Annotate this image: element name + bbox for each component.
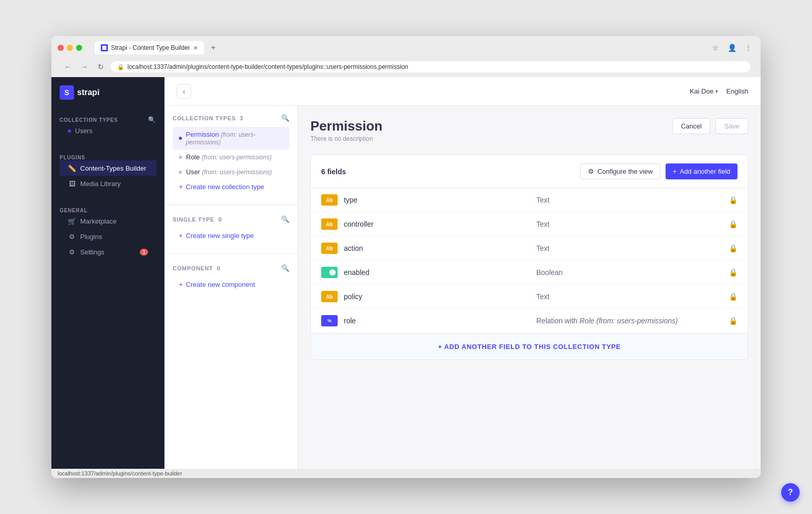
menu-icon[interactable]: ⋮ <box>742 42 754 54</box>
field-row-enabled: enabled Boolean 🔒 <box>311 261 748 285</box>
panel-component: COMPONENT 0 🔍 + Create new component <box>164 256 298 300</box>
header-actions: Cancel Save <box>672 118 748 134</box>
panel-single-type-title: SINGLE TYPE 0 <box>173 216 222 223</box>
help-button[interactable]: ? <box>781 483 800 502</box>
sidebar-item-plugins[interactable]: ⚙ Plugins <box>60 229 156 244</box>
lock-icon-type: 🔒 <box>729 196 737 204</box>
pencil-icon: ✏️ <box>68 164 76 172</box>
sidebar-search-collection-icon[interactable]: 🔍 <box>148 116 156 123</box>
field-name-type: type <box>344 196 537 204</box>
cancel-button[interactable]: Cancel <box>672 118 710 134</box>
lock-icon-controller: 🔒 <box>729 220 737 228</box>
profile-icon[interactable]: 👤 <box>726 42 738 54</box>
strapi-logo-text: strapi <box>77 88 100 97</box>
bookmark-icon[interactable]: ☆ <box>709 42 722 54</box>
sidebar-item-marketplace[interactable]: 🛒 Marketplace <box>60 213 156 229</box>
user-chevron-icon: ▾ <box>715 88 718 94</box>
settings-badge: 1 <box>140 249 148 255</box>
address-bar[interactable]: 🔒 localhost:1337/admin/plugins/content-t… <box>111 61 750 72</box>
browser-tab[interactable]: Strapi - Content Type Builder ✕ <box>95 41 204 54</box>
media-icon: 🖼 <box>68 179 76 188</box>
header-left: ‹ <box>177 84 191 99</box>
strapi-logo: S strapi <box>60 85 100 100</box>
content-title: Permission <box>310 118 382 134</box>
refresh-button[interactable]: ↻ <box>95 61 107 73</box>
field-type-policy: Text <box>537 292 729 301</box>
field-type-role-italic: Role (from: users-permissions) <box>580 317 678 325</box>
sidebar-logo: S strapi <box>51 77 164 108</box>
sidebar-item-content-types-builder[interactable]: ✏️ Content-Types Builder <box>60 160 156 176</box>
sidebar: S strapi COLLECTION TYPES 🔍 Users PLUGIN… <box>51 77 164 469</box>
panel-collection-types-title: COLLECTION TYPES 3 <box>173 115 244 121</box>
settings-icon: ⚙ <box>68 248 76 256</box>
tab-close-button[interactable]: ✕ <box>193 45 198 51</box>
back-button[interactable]: ‹ <box>177 84 191 99</box>
maximize-window-button[interactable] <box>76 45 82 51</box>
field-type-type: Text <box>537 196 729 204</box>
language-button[interactable]: English <box>726 87 748 95</box>
lock-icon-enabled: 🔒 <box>729 268 737 277</box>
minimize-window-button[interactable] <box>67 45 73 51</box>
add-field-footer-link[interactable]: + ADD ANOTHER FIELD TO THIS COLLECTION T… <box>438 343 621 351</box>
panel-item-role[interactable]: Role (from: users-permissions) <box>173 150 289 164</box>
sidebar-section-title-collection: COLLECTION TYPES 🔍 <box>60 116 156 123</box>
configure-view-button[interactable]: ⚙ Configure the view <box>580 163 660 179</box>
panel-item-role-label: Role (from: users-permissions) <box>186 153 271 161</box>
content-title-block: Permission There is no description <box>310 118 382 142</box>
field-type-action: Text <box>537 244 729 252</box>
traffic-lights <box>58 45 82 51</box>
field-row-action: Ab action Text 🔒 <box>311 236 748 261</box>
panel-component-title: COMPONENT 0 <box>173 265 220 271</box>
sidebar-item-users[interactable]: Users <box>60 123 156 138</box>
field-icon-action: Ab <box>321 243 338 254</box>
panel-item-permission[interactable]: Permission (from: users-permissions) <box>173 127 289 150</box>
field-type-role: Relation with Role (from: users-permissi… <box>537 317 729 325</box>
panel-search-single-icon[interactable]: 🔍 <box>281 215 289 223</box>
sidebar-item-media-library[interactable]: 🖼 Media Library <box>60 176 156 191</box>
panel-divider-2 <box>164 253 298 254</box>
add-field-footer[interactable]: + ADD ANOTHER FIELD TO THIS COLLECTION T… <box>311 333 748 359</box>
header-right: Kai Doe ▾ English <box>690 87 748 95</box>
panel-search-component-icon[interactable]: 🔍 <box>281 264 289 272</box>
field-name-policy: policy <box>344 292 537 301</box>
add-field-button[interactable]: + Add another field <box>666 163 737 179</box>
sidebar-section-collection-types: COLLECTION TYPES 🔍 Users <box>51 108 164 146</box>
field-type-enabled: Boolean <box>537 268 729 277</box>
status-bar: localhost:1337/admin/plugins/content-typ… <box>51 469 761 478</box>
plugins-icon: ⚙ <box>68 232 76 241</box>
create-component-link[interactable]: + Create new component <box>173 277 289 292</box>
sidebar-section-title-general: GENERAL <box>60 208 156 213</box>
field-name-action: action <box>344 244 537 252</box>
toggle-icon <box>322 268 337 277</box>
configure-icon: ⚙ <box>588 168 594 175</box>
toggle-circle <box>329 269 336 276</box>
fields-header: 6 fields ⚙ Configure the view + Add anot… <box>311 155 748 188</box>
sidebar-item-settings[interactable]: ⚙ Settings 1 <box>60 244 156 260</box>
field-name-controller: controller <box>344 220 537 228</box>
panel-item-user[interactable]: User (from: users-permissions) <box>173 164 289 179</box>
lock-icon-action: 🔒 <box>729 244 737 252</box>
plus-icon2: + <box>179 232 183 240</box>
field-icon-role: % <box>321 315 338 326</box>
save-button[interactable]: Save <box>715 118 748 134</box>
field-name-role: role <box>344 317 537 325</box>
forward-nav-button[interactable]: → <box>78 61 90 73</box>
field-icon-controller: Ab <box>321 218 338 230</box>
sidebar-section-plugins: PLUGINS ✏️ Content-Types Builder 🖼 Media… <box>51 146 164 199</box>
panel-collection-types-header: COLLECTION TYPES 3 🔍 <box>173 114 289 122</box>
field-row-policy: Ab policy Text 🔒 <box>311 285 748 309</box>
panel-search-collection-icon[interactable]: 🔍 <box>281 114 289 122</box>
create-single-type-link[interactable]: + Create new single type <box>173 228 289 243</box>
user-info[interactable]: Kai Doe ▾ <box>690 87 718 95</box>
field-icon-type: Ab <box>321 194 338 206</box>
close-window-button[interactable] <box>58 45 64 51</box>
plus-icon3: + <box>179 281 183 288</box>
tab-favicon <box>101 44 108 51</box>
panel-single-type: SINGLE TYPE 0 🔍 + Create new single type <box>164 207 298 251</box>
create-collection-type-link[interactable]: + Create new collection type <box>173 179 289 194</box>
lock-icon-policy: 🔒 <box>729 292 737 301</box>
back-nav-button[interactable]: ← <box>62 61 74 73</box>
panel-item-user-label: User (from: users-permissions) <box>186 168 272 176</box>
field-row-controller: Ab controller Text 🔒 <box>311 212 748 236</box>
new-tab-button[interactable]: + <box>207 42 219 54</box>
